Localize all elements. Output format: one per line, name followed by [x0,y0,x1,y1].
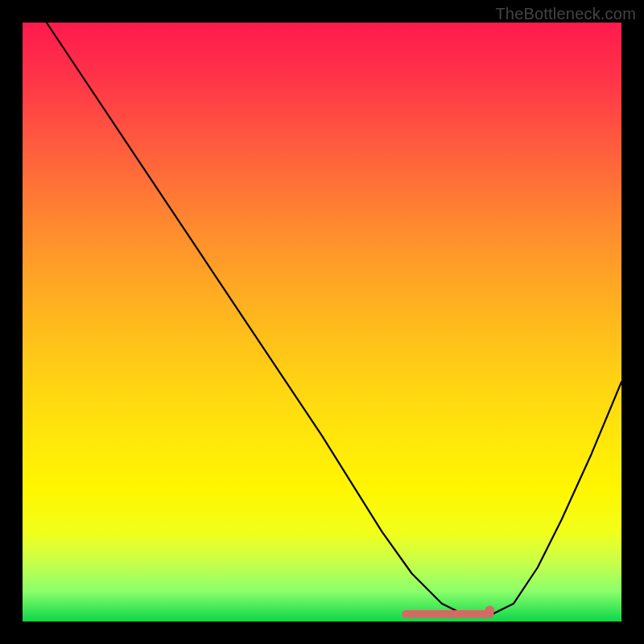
watermark-text: TheBottleneck.com [495,5,636,23]
curve-layer [23,23,621,621]
optimal-point-marker [485,606,494,616]
chart-frame: TheBottleneck.com [0,0,644,644]
bottleneck-curve [47,23,621,616]
plot-area [23,23,621,621]
